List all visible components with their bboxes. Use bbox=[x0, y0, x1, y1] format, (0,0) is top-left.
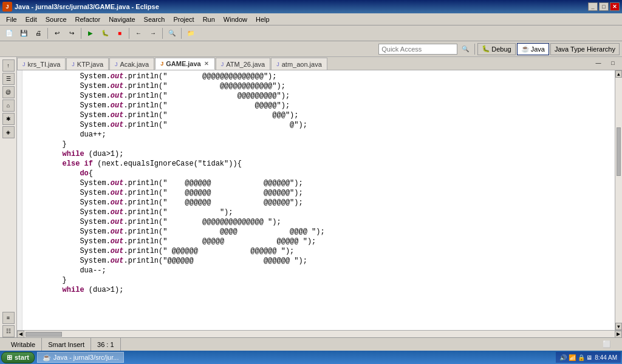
taskbar-eclipse-item[interactable]: ☕ Java - jurnal3/src/jur... bbox=[37, 352, 125, 363]
tab-icon-acak: J bbox=[115, 61, 118, 67]
menu-run[interactable]: Run bbox=[199, 15, 219, 24]
tab-label-game: GAME.java bbox=[166, 60, 200, 67]
code-line: } bbox=[27, 275, 610, 285]
debug-perspective-btn[interactable]: 🐛 Debug bbox=[477, 43, 515, 55]
code-editor[interactable]: System.out.println(" @@@@@@@@@@@@@@"); S… bbox=[17, 70, 622, 330]
minimize-editor-btn[interactable]: — bbox=[592, 57, 605, 70]
side-btn-8[interactable]: ☷ bbox=[2, 325, 15, 337]
vertical-scrollbar[interactable]: ▲ ▼ bbox=[615, 70, 622, 330]
status-position: 36 : 1 bbox=[91, 338, 121, 351]
insert-mode-label: Smart Insert bbox=[48, 341, 84, 348]
menu-refactor[interactable]: Refactor bbox=[72, 15, 104, 24]
side-btn-7[interactable]: ≡ bbox=[2, 312, 15, 324]
code-line: } bbox=[27, 140, 610, 149]
tab-ktp[interactable]: J KTP.java bbox=[66, 58, 109, 70]
debug-icon: 🐛 bbox=[482, 45, 490, 53]
debug-label: Debug bbox=[491, 46, 511, 53]
tab-atm26[interactable]: J ATM_26.java bbox=[216, 58, 271, 70]
tray-icons: 🔊 📶 🔒 🖥 bbox=[559, 354, 592, 361]
code-content[interactable]: System.out.println(" @@@@@@@@@@@@@@"); S… bbox=[22, 70, 615, 330]
tab-close-game[interactable]: ✕ bbox=[203, 61, 210, 67]
code-line: System.out.println(" @"); bbox=[27, 120, 610, 130]
code-line: dua--; bbox=[27, 266, 610, 275]
code-line: System.out.println(" @@@@@@ @@@@@@"); bbox=[27, 188, 610, 198]
java-type-hierarchy-btn[interactable]: Java Type Hierarchy bbox=[550, 43, 620, 55]
close-button[interactable]: ✕ bbox=[610, 2, 620, 11]
code-line: System.out.println(" @@@@@@ @@@@@@"); bbox=[27, 198, 610, 207]
code-line: System.out.println(" @@@@@@ @@@@@@ "); bbox=[27, 246, 610, 256]
search-toolbar-btn[interactable]: 🔍 bbox=[165, 27, 179, 40]
print-button[interactable]: 🖨 bbox=[32, 27, 45, 40]
scroll-track-top bbox=[615, 78, 622, 126]
position-label: 36 : 1 bbox=[97, 341, 114, 348]
tab-acak[interactable]: J Acak.java bbox=[109, 58, 154, 70]
editor-area: J krs_TI.java J KTP.java J Acak.java J G… bbox=[17, 57, 622, 337]
maximize-editor-btn[interactable]: □ bbox=[606, 57, 620, 70]
java-label: Java bbox=[531, 46, 545, 53]
back-button[interactable]: ← bbox=[132, 27, 145, 40]
tab-icon-krs: J bbox=[22, 61, 26, 67]
quick-access-input[interactable] bbox=[378, 44, 457, 55]
menu-project[interactable]: Project bbox=[169, 15, 197, 24]
tab-atmaon[interactable]: J atm_aon.java bbox=[271, 58, 327, 70]
java-perspective-btn[interactable]: ☕ Java bbox=[517, 43, 549, 55]
code-line: dua++; bbox=[27, 130, 610, 140]
run-button[interactable]: ▶ bbox=[84, 27, 97, 40]
scroll-left-arrow[interactable]: ◀ bbox=[17, 331, 24, 338]
code-line: System.out.println(" @@@@@@@@@"); bbox=[27, 91, 610, 101]
code-line: System.out.println("@@@@@@ @@@@@@ "); bbox=[27, 256, 610, 266]
menu-search[interactable]: Search bbox=[140, 15, 169, 24]
scroll-track-bottom bbox=[615, 177, 622, 323]
quick-access-search-btn[interactable]: 🔍 bbox=[459, 42, 472, 56]
editor-tabs: J krs_TI.java J KTP.java J Acak.java J G… bbox=[17, 57, 622, 70]
side-btn-6[interactable]: ◈ bbox=[2, 126, 15, 138]
menu-source[interactable]: Source bbox=[42, 15, 70, 24]
stop-button[interactable]: ■ bbox=[113, 27, 126, 40]
start-button[interactable]: ⊞ start bbox=[1, 352, 35, 363]
menu-file[interactable]: File bbox=[2, 15, 21, 24]
code-line: System.out.println(" @@@@@@@@@@@@"); bbox=[27, 81, 610, 91]
main-area: ↑ ☰ @ ⌂ ✱ ◈ ≡ ☷ J krs_TI.java J KTP.java… bbox=[0, 57, 622, 337]
side-btn-4[interactable]: ⌂ bbox=[2, 99, 15, 112]
code-line: System.out.println(" @@@@@@ @@@@@@"); bbox=[27, 178, 610, 188]
tab-icon-game: J bbox=[160, 61, 163, 67]
scroll-down-arrow[interactable]: ▼ bbox=[615, 323, 622, 330]
tab-game[interactable]: J GAME.java ✕ bbox=[155, 58, 214, 70]
minimize-button[interactable]: _ bbox=[588, 2, 598, 11]
open-type-button[interactable]: 📁 bbox=[184, 27, 197, 40]
side-btn-2[interactable]: ☰ bbox=[2, 73, 15, 85]
tab-icon-atm26: J bbox=[221, 61, 224, 67]
titlebar-left: J Java - jurnal3/src/jurnal3/GAME.java -… bbox=[2, 2, 159, 12]
side-btn-3[interactable]: @ bbox=[2, 86, 15, 98]
code-line: System.out.println(" "); bbox=[27, 207, 610, 217]
code-line: System.out.println(" @@@"); bbox=[27, 110, 610, 120]
scroll-right-arrow[interactable]: ▶ bbox=[615, 331, 622, 338]
horizontal-scrollbar[interactable]: ◀ ▶ bbox=[17, 330, 622, 337]
taskbar: ⊞ start ☕ Java - jurnal3/src/jur... 🔊 📶 … bbox=[0, 351, 622, 364]
menu-help[interactable]: Help bbox=[252, 15, 273, 24]
redo-button[interactable]: ↪ bbox=[65, 27, 78, 40]
menu-edit[interactable]: Edit bbox=[22, 15, 41, 24]
tab-label-atmaon: atm_aon.java bbox=[282, 61, 322, 68]
scroll-thumb-h[interactable] bbox=[26, 332, 62, 337]
status-icon: ⬜ bbox=[603, 340, 611, 348]
save-button[interactable]: 💾 bbox=[17, 27, 30, 40]
tab-krs[interactable]: J krs_TI.java bbox=[17, 58, 66, 70]
tab-label-krs: krs_TI.java bbox=[28, 61, 61, 68]
debug-button[interactable]: 🐛 bbox=[98, 27, 112, 40]
status-bar: Writable Smart Insert 36 : 1 ⬜ bbox=[0, 337, 622, 351]
code-line: System.out.println(" @@@@ @@@@ "); bbox=[27, 227, 610, 237]
side-btn-1[interactable]: ↑ bbox=[2, 59, 15, 72]
scroll-thumb-v[interactable] bbox=[617, 127, 621, 176]
scroll-up-arrow[interactable]: ▲ bbox=[615, 70, 622, 78]
menu-navigate[interactable]: Navigate bbox=[105, 15, 138, 24]
maximize-button[interactable]: □ bbox=[599, 2, 609, 11]
new-button[interactable]: 📄 bbox=[2, 27, 16, 40]
menu-window[interactable]: Window bbox=[220, 15, 251, 24]
forward-button[interactable]: → bbox=[146, 27, 160, 40]
tab-icon-atmaon: J bbox=[276, 61, 279, 67]
tab-label-acak: Acak.java bbox=[120, 61, 149, 68]
side-btn-5[interactable]: ✱ bbox=[2, 113, 15, 125]
undo-button[interactable]: ↩ bbox=[50, 27, 64, 40]
window-title: Java - jurnal3/src/jurnal3/GAME.java - E… bbox=[15, 3, 159, 10]
